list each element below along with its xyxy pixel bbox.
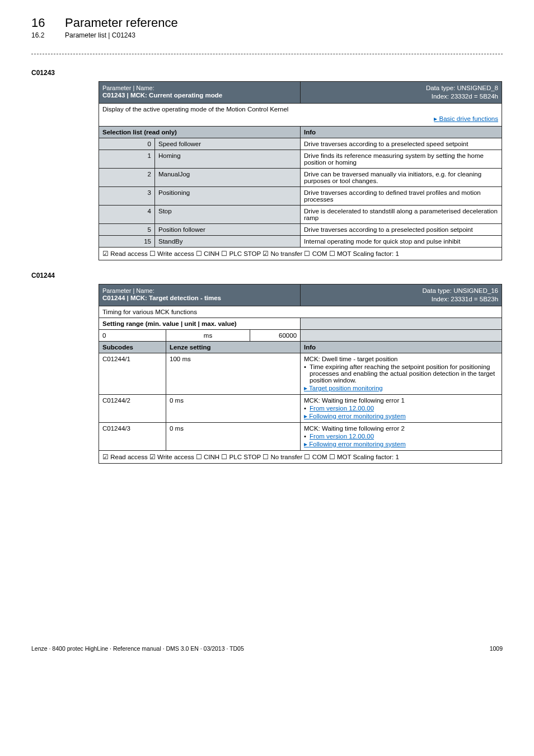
c01244-info-bullet: From version 12.00.00 — [304, 433, 498, 440]
from-version-link[interactable]: From version 12.00.00 — [310, 405, 374, 412]
c01244-subcodes-header: Subcodes — [99, 341, 166, 353]
c01243-index: Index: 23332d = 5B24h — [304, 92, 498, 101]
c01244-info-cell: MCK: Waiting time following error 2 From… — [301, 422, 502, 450]
c01244-title-top: Parameter | Name: — [102, 287, 297, 295]
c01243-row-name: Position follower — [155, 223, 301, 235]
c01243-row-info: Drive traverses according to a preselect… — [301, 223, 502, 235]
c01244-info-header: Info — [301, 341, 502, 353]
c01244-range-unit: ms — [166, 329, 250, 341]
c01243-row-name: ManualJog — [155, 168, 301, 186]
table-c01244: Parameter | Name: C01244 | MCK: Target d… — [99, 284, 502, 464]
c01244-subcode: C01244/2 — [99, 394, 166, 422]
c01244-range-max: 60000 — [250, 329, 301, 341]
c01244-access-flags: ☑ Read access ☑ Write access ☐ CINH ☐ PL… — [99, 450, 502, 463]
c01244-subcode: C01244/3 — [99, 422, 166, 450]
table-c01243: Parameter | Name: C01243 | MCK: Current … — [99, 81, 502, 260]
c01244-data-type: Data type: UNSIGNED_16 — [304, 287, 498, 295]
footer-left: Lenze · 8400 protec HighLine · Reference… — [31, 645, 244, 652]
c01244-info-bullet: Time expiring after reaching the setpoin… — [304, 363, 498, 384]
chapter-title: Parameter reference — [65, 16, 178, 30]
c01243-row-info: Drive traverses according to a preselect… — [301, 138, 502, 150]
section-number: 16.2 — [31, 31, 65, 39]
c01244-range-min: 0 — [99, 329, 166, 341]
c01243-selection-list-header: Selection list (read only) — [99, 126, 301, 138]
c01244-lenze-value: 100 ms — [166, 353, 301, 394]
c01244-title-main: C01244 | MCK: Target detection - times — [102, 295, 297, 301]
c01243-title-main: C01243 | MCK: Current operating mode — [102, 92, 297, 99]
chapter-number: 16 — [31, 16, 65, 30]
c01244-info-line1: MCK: Waiting time following error 1 — [304, 397, 498, 404]
c01243-row-val: 1 — [99, 150, 155, 168]
c01244-info-cell: MCK: Waiting time following error 1 From… — [301, 394, 502, 422]
c01243-data-type: Data type: UNSIGNED_8 — [304, 84, 498, 92]
c01243-title-top: Parameter | Name: — [102, 84, 297, 92]
c01244-info-cell: MCK: Dwell time - target position Time e… — [301, 353, 502, 394]
footer-page-number: 1009 — [490, 645, 503, 652]
c01243-row-name: Homing — [155, 150, 301, 168]
c01243-row-name: Speed follower — [155, 138, 301, 150]
c01244-timing-text: Timing for various MCK functions — [99, 306, 502, 318]
c01243-row-val: 3 — [99, 186, 155, 205]
target-position-monitoring-link[interactable]: Target position monitoring — [304, 385, 383, 391]
c01243-row-info: Drive can be traversed manually via init… — [301, 168, 502, 186]
basic-drive-functions-link[interactable]: Basic drive functions — [434, 115, 498, 122]
c01243-row-info: Drive is decelerated to standstill along… — [301, 205, 502, 223]
c01243-access-flags: ☑ Read access ☐ Write access ☐ CINH ☐ PL… — [99, 247, 502, 260]
c01243-display-text: Display of the active operating mode of … — [102, 106, 498, 113]
c01244-index: Index: 23331d = 5B23h — [304, 295, 498, 304]
c01243-row-val: 4 — [99, 205, 155, 223]
c01244-info-bullet: From version 12.00.00 — [304, 405, 498, 412]
c01244-subcode: C01244/1 — [99, 353, 166, 394]
c01244-lenze-value: 0 ms — [166, 394, 301, 422]
c01243-row-info: Internal operating mode for quick stop a… — [301, 235, 502, 247]
c01243-row-name: Positioning — [155, 186, 301, 205]
param-code-c01243: C01243 — [31, 69, 503, 77]
page-footer: Lenze · 8400 protec HighLine · Reference… — [0, 643, 534, 659]
c01243-row-name: StandBy — [155, 235, 301, 247]
c01243-row-val: 5 — [99, 223, 155, 235]
section-title: Parameter list | C01243 — [65, 31, 135, 39]
c01243-row-name: Stop — [155, 205, 301, 223]
c01243-info-header: Info — [301, 126, 502, 138]
c01243-row-info: Drive traverses according to defined tra… — [301, 186, 502, 205]
c01244-setting-range-header: Setting range (min. value | unit | max. … — [99, 318, 301, 329]
following-error-monitoring-link[interactable]: Following error monitoring system — [304, 441, 406, 447]
separator-dashed — [31, 54, 503, 54]
param-code-c01244: C01244 — [31, 272, 503, 279]
c01243-row-val: 2 — [99, 168, 155, 186]
c01243-row-info: Drive finds its reference measuring syst… — [301, 150, 502, 168]
following-error-monitoring-link[interactable]: Following error monitoring system — [304, 413, 406, 419]
c01244-lenze-value: 0 ms — [166, 422, 301, 450]
c01244-lenze-header: Lenze setting — [166, 341, 301, 353]
from-version-link[interactable]: From version 12.00.00 — [310, 433, 374, 440]
c01243-row-val: 0 — [99, 138, 155, 150]
c01243-row-val: 15 — [99, 235, 155, 247]
c01244-info-line1: MCK: Waiting time following error 2 — [304, 425, 498, 432]
c01244-info-line1: MCK: Dwell time - target position — [304, 356, 498, 362]
